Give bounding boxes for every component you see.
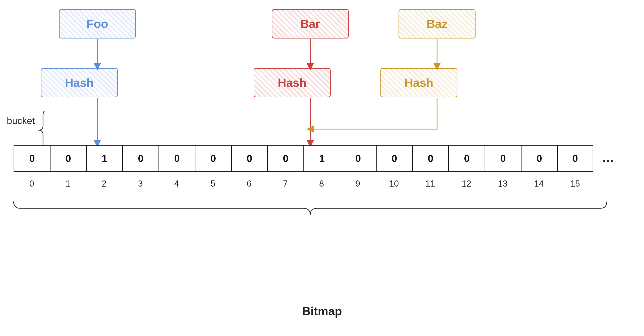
bitmap-cell-2: 1 xyxy=(86,145,122,172)
baz-label: Baz xyxy=(426,17,448,30)
foo-label: Foo xyxy=(86,17,108,30)
index-label-3: 3 xyxy=(122,179,158,188)
bitmap-cell-3: 0 xyxy=(122,145,158,172)
index-label-4: 4 xyxy=(158,179,195,188)
index-label-10: 10 xyxy=(376,179,412,188)
foo-box: Foo xyxy=(59,9,136,38)
index-label-1: 1 xyxy=(50,179,86,188)
index-row: 0123456789101112131415 xyxy=(14,179,593,188)
index-label-6: 6 xyxy=(231,179,267,188)
hash-foo-label: Hash xyxy=(65,76,94,90)
index-label-14: 14 xyxy=(521,179,557,188)
bitmap-label: Bitmap xyxy=(302,304,342,318)
index-label-12: 12 xyxy=(448,179,484,188)
bitmap-cell-14: 0 xyxy=(521,145,557,172)
hash-bar-label: Hash xyxy=(278,76,306,90)
index-label-13: 13 xyxy=(484,179,521,188)
hash-bar-box: Hash xyxy=(254,68,330,97)
index-label-7: 7 xyxy=(267,179,304,188)
bitmap-ellipsis: ... xyxy=(602,150,614,165)
bitmap-cell-13: 0 xyxy=(484,145,521,172)
hash-foo-box: Hash xyxy=(41,68,118,97)
index-label-15: 15 xyxy=(557,179,593,188)
index-label-5: 5 xyxy=(195,179,231,188)
bitmap-cell-9: 0 xyxy=(340,145,376,172)
bitmap-cell-1: 0 xyxy=(50,145,86,172)
index-label-11: 11 xyxy=(412,179,448,188)
hash-baz-label: Hash xyxy=(404,76,433,90)
bitmap-cell-4: 0 xyxy=(158,145,195,172)
bitmap-cell-11: 0 xyxy=(412,145,448,172)
bitmap-cell-8: 1 xyxy=(304,145,340,172)
bitmap-cell-6: 0 xyxy=(231,145,267,172)
index-label-2: 2 xyxy=(86,179,122,188)
hash-baz-box: Hash xyxy=(380,68,458,97)
bitmap-cell-5: 0 xyxy=(195,145,231,172)
bitmap-cell-15: 0 xyxy=(557,145,593,172)
diagram: Foo Bar Baz Hash Hash Hash bucket 001000… xyxy=(0,0,644,336)
bitmap-cell-0: 0 xyxy=(14,145,50,172)
baz-box: Baz xyxy=(398,9,476,38)
index-label-8: 8 xyxy=(304,179,340,188)
index-label-9: 9 xyxy=(340,179,376,188)
bitmap-cell-7: 0 xyxy=(267,145,304,172)
bitmap-row: 0010000010000000 xyxy=(14,145,593,172)
bar-box: Bar xyxy=(272,9,349,38)
bitmap-cell-12: 0 xyxy=(448,145,484,172)
index-label-0: 0 xyxy=(14,179,50,188)
bitmap-cell-10: 0 xyxy=(376,145,412,172)
bar-label: Bar xyxy=(300,17,320,30)
bucket-label: bucket xyxy=(7,116,35,126)
